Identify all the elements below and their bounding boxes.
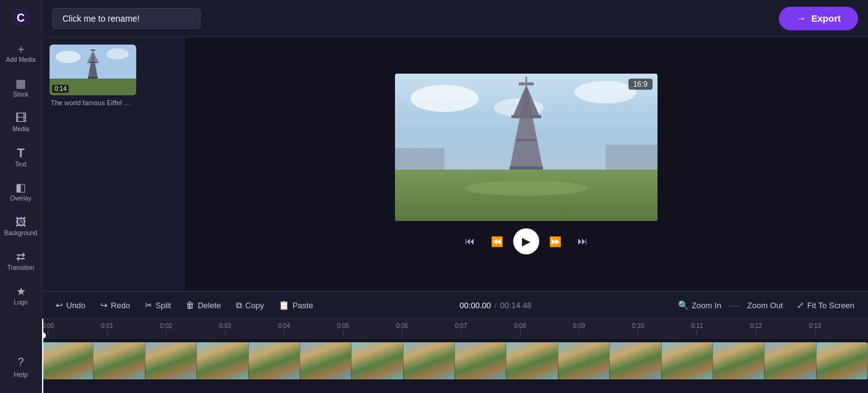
background-icon: 🖼 (15, 217, 27, 228)
skip-to-start-button[interactable]: ⏮ (459, 230, 481, 253)
redo-button[interactable]: ↪ Redo (94, 297, 136, 313)
paste-label: Paste (292, 301, 313, 310)
copy-button[interactable]: ⧉ Copy (230, 297, 270, 314)
svg-rect-8 (90, 50, 95, 51)
zoom-out-button[interactable]: Zoom Out (741, 298, 789, 313)
video-strip[interactable] (42, 342, 868, 379)
sidebar-item-stock-label: Stock (13, 91, 28, 98)
strip-frame (506, 342, 558, 379)
strip-frame (249, 342, 300, 379)
sidebar-item-stock[interactable]: ▦ Stock (4, 72, 38, 104)
paste-button[interactable]: 📋 Paste (272, 297, 319, 313)
ruler-mark: 0:01 (101, 322, 113, 335)
preview-area: 16:9 ⏮ ⏪ ▶ ⏩ ⏭ (184, 37, 868, 291)
media-thumbnail[interactable]: 0:14 (50, 45, 136, 95)
sidebar-item-overlay[interactable]: ◧ Overlay (4, 176, 38, 208)
ruler-tick (697, 330, 697, 335)
strip-frame (713, 342, 765, 379)
strip-frame (558, 342, 610, 379)
add-media-icon: ＋ (15, 43, 27, 54)
skip-start-icon: ⏮ (465, 236, 475, 247)
ruler-mark: 0:02 (160, 322, 172, 335)
overlay-icon: ◧ (15, 182, 26, 193)
project-title-input[interactable] (52, 8, 201, 29)
media-thumb-label: The world famous Eiffel … (50, 99, 176, 106)
copy-icon: ⧉ (236, 300, 242, 311)
zoom-out-label: Zoom Out (747, 301, 783, 310)
delete-label: Delete (197, 301, 221, 310)
ruler-label: 0:01 (101, 322, 113, 329)
ruler-mark: 0:06 (396, 322, 408, 335)
play-button[interactable]: ▶ (513, 228, 539, 254)
export-button[interactable]: → Export (779, 7, 858, 30)
svg-rect-5 (88, 77, 98, 79)
sidebar: C ＋ Add Media ▦ Stock 🎞 Media T Text ◧ O… (0, 0, 42, 393)
ruler-tick (815, 330, 815, 335)
svg-rect-19 (510, 166, 543, 170)
ruler-label: 0:10 (632, 322, 644, 329)
sidebar-item-text[interactable]: T Text (4, 141, 38, 173)
svg-rect-20 (516, 139, 537, 141)
ruler-label: 0:07 (455, 322, 467, 329)
paste-icon: 📋 (279, 300, 289, 310)
sidebar-item-logo-label: Logo (14, 299, 27, 306)
time-current: 00:00.00 (459, 301, 491, 310)
copy-label: Copy (245, 301, 264, 310)
strip-frame (93, 342, 145, 379)
sidebar-item-help[interactable]: ? Help (4, 351, 38, 383)
ruler-mark: 0:05 (337, 322, 349, 335)
media-duration-badge: 0:14 (52, 85, 69, 93)
skip-to-end-button[interactable]: ⏭ (571, 230, 594, 253)
media-icon: 🎞 (15, 113, 27, 124)
ruler-label: 0:11 (691, 322, 703, 329)
zoom-in-icon: 🔍 (678, 300, 688, 310)
ruler-mark: 0:09 (573, 322, 585, 335)
sidebar-item-add-media[interactable]: ＋ Add Media (4, 37, 38, 69)
undo-icon: ↩ (56, 300, 63, 310)
sidebar-item-media[interactable]: 🎞 Media (4, 106, 38, 139)
delete-button[interactable]: 🗑 Delete (180, 297, 227, 313)
fast-forward-button[interactable]: ⏩ (544, 230, 566, 253)
split-button[interactable]: ✂ Split (139, 297, 177, 313)
play-icon: ▶ (522, 235, 531, 248)
svg-rect-7 (89, 62, 97, 63)
main-content: → Export (42, 0, 868, 393)
transition-icon: ⇄ (16, 251, 25, 262)
skip-end-icon: ⏭ (578, 236, 588, 247)
ruler-mark: 0:12 (750, 322, 762, 335)
zoom-divider: — (729, 299, 740, 312)
ruler-label: 0:00 (42, 322, 54, 329)
strip-frame (817, 342, 868, 379)
sidebar-item-background-label: Background (4, 230, 37, 236)
time-display: 00:00.00 / 00:14.48 (452, 301, 539, 310)
time-total: 00:14.48 (500, 301, 532, 310)
ruler-label: 0:12 (750, 322, 762, 329)
zoom-controls: 🔍 Zoom In — Zoom Out ⤢ Fit To Screen (672, 297, 861, 313)
top-bar: → Export (42, 0, 868, 37)
ruler-mark: 0:07 (455, 322, 467, 335)
rewind-icon: ⏪ (491, 236, 503, 248)
strip-frame (455, 342, 506, 379)
sidebar-help-label: Help (14, 371, 28, 378)
fit-screen-icon: ⤢ (797, 300, 804, 310)
undo-button[interactable]: ↩ Undo (50, 297, 92, 313)
fast-forward-icon: ⏩ (549, 236, 562, 248)
timeline-body: 0:000:010:020:030:040:050:060:070:080:09… (42, 319, 868, 393)
strip-frame (145, 342, 197, 379)
sidebar-item-logo[interactable]: ★ Logo (4, 280, 38, 312)
ruler-label: 0:04 (278, 322, 290, 329)
ruler-mark: 0:11 (691, 322, 703, 335)
help-icon: ? (17, 356, 24, 369)
rewind-button[interactable]: ⏪ (486, 230, 508, 253)
ruler-tick (48, 330, 48, 335)
strip-frame (610, 342, 661, 379)
sidebar-item-transition[interactable]: ⇄ Transition (4, 245, 38, 277)
ruler-tick (107, 330, 108, 335)
track-row-video (42, 339, 868, 383)
undo-label: Undo (66, 301, 85, 310)
fit-to-screen-button[interactable]: ⤢ Fit To Screen (791, 297, 861, 313)
svg-rect-23 (395, 148, 445, 170)
zoom-in-button[interactable]: 🔍 Zoom In (672, 297, 727, 313)
sidebar-item-background[interactable]: 🖼 Background (4, 210, 38, 243)
strip-frame (662, 342, 713, 379)
